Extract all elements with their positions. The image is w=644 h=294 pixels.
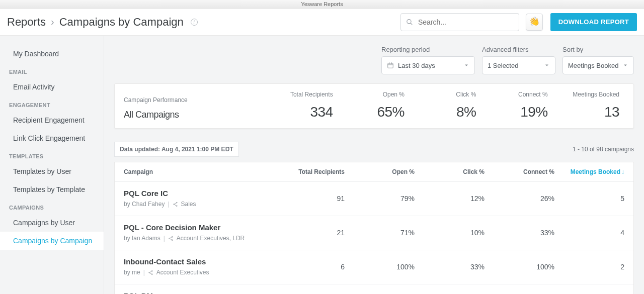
table-row[interactable]: PQL DMby Chad Fahey|Sales3381%3%12%1 — [115, 284, 633, 294]
campaign-name: PQL - Core Decision Maker — [124, 223, 275, 235]
share-icon — [173, 202, 178, 207]
wave-icon: 👋 — [527, 15, 541, 29]
search-icon — [406, 18, 413, 26]
window-title: Yesware Reports — [0, 0, 644, 9]
sidebar: My DashboardEMAILEmail ActivityENGAGEMEN… — [0, 36, 104, 294]
summary-metric-label: Click % — [405, 91, 476, 104]
campaign-name: PQL DM — [124, 291, 275, 294]
summary-metric: Open %65% — [333, 91, 405, 120]
campaign-meta: by Chad Fahey|Sales — [124, 201, 275, 208]
sidebar-item[interactable]: Templates by Template — [0, 180, 104, 199]
col-campaign[interactable]: Campaign — [124, 168, 275, 175]
sort-by-dropdown[interactable]: Meetings Booked — [562, 56, 634, 74]
summary-title-value: All Campaigns — [124, 110, 179, 120]
sidebar-item[interactable]: Link Click Engagement — [0, 129, 104, 147]
sidebar-item[interactable]: Campaigns by User — [0, 214, 104, 232]
reporting-period-dropdown[interactable]: Last 30 days — [381, 56, 475, 74]
cell-meetings: 2 — [554, 263, 624, 271]
advanced-filters-dropdown[interactable]: 1 Selected — [482, 56, 555, 74]
breadcrumb-root[interactable]: Reports — [7, 16, 46, 29]
sidebar-item[interactable]: Templates by User — [0, 162, 104, 180]
table-row[interactable]: PQL Core ICby Chad Fahey|Sales9179%12%26… — [115, 182, 633, 216]
svg-line-19 — [149, 271, 151, 272]
share-icon — [148, 270, 153, 275]
campaign-name: PQL Core IC — [124, 189, 275, 201]
sidebar-heading: ENGAGEMENT — [0, 96, 104, 111]
filter-row: Reporting period Last 30 days Advanced f… — [104, 36, 644, 83]
summary-metric-value: 19% — [520, 104, 548, 120]
cell-open: 100% — [345, 263, 415, 271]
data-updated-box: Data updated: Aug 4, 2021 1:00 PM EDT — [114, 142, 239, 157]
search-box[interactable] — [400, 13, 519, 31]
sidebar-heading: EMAIL — [0, 63, 104, 78]
breadcrumb: Reports › Campaigns by Campaign i — [7, 16, 198, 29]
advanced-filters-label: Advanced filters — [482, 46, 555, 53]
reporting-period-value: Last 30 days — [398, 62, 435, 69]
col-click[interactable]: Click % — [415, 168, 485, 175]
summary-metric-label: Total Recipients — [275, 91, 333, 104]
campaign-name: Inbound-Contact Sales — [124, 257, 275, 269]
cell-meetings: 5 — [554, 194, 624, 203]
col-recipients[interactable]: Total Recipients — [275, 168, 345, 175]
table-row[interactable]: Inbound-Contact Salesby me|Account Execu… — [115, 250, 633, 284]
arrow-down-icon: ↓ — [621, 168, 624, 175]
summary-metric-label: Open % — [333, 91, 405, 104]
download-report-button[interactable]: DOWNLOAD REPORT — [550, 13, 637, 31]
col-connect[interactable]: Connect % — [485, 168, 554, 175]
svg-line-20 — [149, 272, 151, 273]
svg-line-1 — [411, 23, 413, 25]
chevron-down-icon — [463, 62, 469, 68]
sidebar-item[interactable]: Recipient Engagement — [0, 111, 104, 129]
sidebar-item[interactable]: Campaigns by Campaign — [0, 232, 104, 250]
svg-line-9 — [174, 203, 176, 204]
svg-point-16 — [151, 270, 152, 271]
cell-open: 71% — [345, 229, 415, 237]
svg-line-14 — [170, 237, 172, 238]
sidebar-heading: CAMPAIGNS — [0, 199, 104, 214]
sidebar-item[interactable]: Email Activity — [0, 78, 104, 96]
main-content: Reporting period Last 30 days Advanced f… — [104, 36, 644, 294]
sort-by-value: Meetings Booked — [568, 62, 618, 69]
summary-metric: Click %8% — [405, 91, 476, 120]
chevron-down-icon — [544, 62, 550, 68]
cell-connect: 33% — [485, 229, 554, 237]
cell-connect: 100% — [485, 263, 554, 271]
svg-point-7 — [173, 204, 174, 205]
info-icon[interactable]: i — [191, 19, 198, 26]
calendar-icon — [387, 62, 394, 69]
svg-line-10 — [174, 204, 176, 205]
cell-click: 10% — [415, 229, 485, 237]
sidebar-heading: TEMPLATES — [0, 147, 104, 162]
cell-meetings: 4 — [554, 229, 624, 237]
cell-click: 33% — [415, 263, 485, 271]
breadcrumb-page: Campaigns by Campaign — [59, 16, 184, 29]
campaigns-table: Campaign Total Recipients Open % Click %… — [114, 162, 634, 294]
summary-metric-label: Connect % — [476, 91, 547, 104]
svg-point-11 — [172, 236, 173, 237]
summary-metric-value: 13 — [604, 104, 619, 120]
col-open[interactable]: Open % — [345, 168, 415, 175]
data-updated-value: Aug 4, 2021 1:00 PM EDT — [162, 146, 233, 153]
advanced-filters-value: 1 Selected — [488, 62, 518, 69]
cell-connect: 26% — [485, 194, 554, 203]
col-meetings-sorted[interactable]: Meetings Booked ↓ — [554, 168, 624, 175]
paging-label: 1 - 10 of 98 campaigns — [573, 146, 634, 153]
table-row[interactable]: PQL - Core Decision Makerby Ian Adams|Ac… — [115, 216, 633, 250]
svg-rect-2 — [388, 63, 393, 68]
sidebar-item[interactable]: My Dashboard — [0, 45, 104, 63]
summary-metric-value: 334 — [310, 104, 333, 120]
campaign-meta: by Ian Adams|Account Executives, LDR — [124, 235, 275, 242]
table-header: Campaign Total Recipients Open % Click %… — [115, 162, 633, 182]
svg-point-13 — [172, 239, 173, 240]
svg-point-8 — [176, 205, 177, 206]
summary-title-label: Campaign Performance — [124, 96, 275, 110]
col-meetings-label: Meetings Booked — [571, 168, 620, 175]
cell-recipients: 21 — [275, 229, 345, 237]
summary-metric: Connect %19% — [476, 91, 547, 120]
summary-metric: Meetings Booked13 — [548, 91, 619, 120]
wave-button[interactable]: 👋 — [526, 14, 543, 31]
header: Reports › Campaigns by Campaign i 👋 DOWN… — [0, 9, 644, 36]
svg-point-0 — [407, 19, 411, 23]
reporting-period-label: Reporting period — [381, 46, 475, 53]
search-input[interactable] — [418, 18, 514, 26]
